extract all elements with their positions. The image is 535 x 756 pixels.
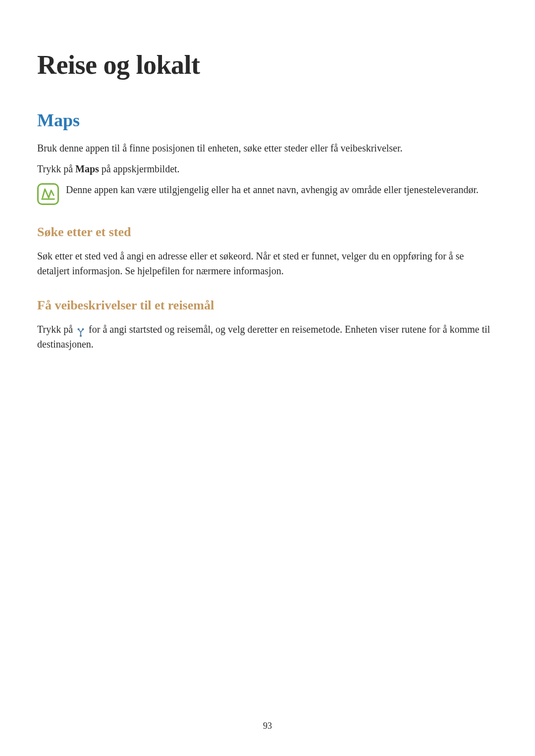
search-body-text: Søk etter et sted ved å angi en adresse …: [37, 249, 498, 278]
svg-point-0: [78, 329, 79, 330]
svg-point-1: [82, 329, 83, 330]
page-number: 93: [0, 721, 535, 731]
directions-body-text: Trykk på for å angi startsted og reisemå…: [37, 322, 498, 352]
tap-bold: Maps: [75, 163, 99, 174]
note-icon: [37, 183, 59, 205]
page-title: Reise og lokalt: [37, 50, 498, 80]
section-heading-maps: Maps: [37, 110, 498, 131]
section-heading-search: Søke etter et sted: [37, 225, 498, 240]
maps-tap-text: Trykk på Maps på appskjermbildet.: [37, 161, 498, 176]
dir-prefix: Trykk på: [37, 324, 75, 335]
svg-point-2: [80, 336, 81, 337]
directions-fork-icon: [76, 326, 85, 335]
maps-intro-text: Bruk denne appen til å finne posisjonen …: [37, 141, 498, 155]
note-block: Denne appen kan være utilgjengelig eller…: [37, 182, 498, 205]
tap-prefix: Trykk på: [37, 163, 75, 174]
document-page: Reise og lokalt Maps Bruk denne appen ti…: [0, 0, 535, 756]
tap-suffix: på appskjermbildet.: [99, 163, 180, 174]
note-text: Denne appen kan være utilgjengelig eller…: [66, 182, 479, 197]
dir-suffix: for å angi startsted og reisemål, og vel…: [37, 324, 490, 350]
section-heading-directions: Få veibeskrivelser til et reisemål: [37, 298, 498, 313]
